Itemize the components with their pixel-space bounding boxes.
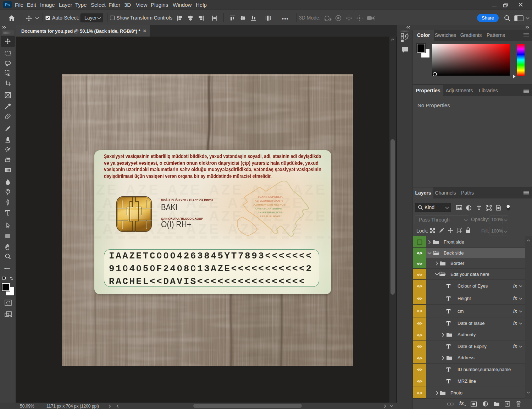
svg-text:YCAN RESPUBLIK: YCAN RESPUBLIK <box>257 195 283 198</box>
svg-text:ONBAYCAN ŞEBPU: ONBAYCAN ŞEBPU <box>255 207 282 210</box>
svg-text:AZӘRBAYCAN RESPUB: AZӘRBAYCAN RESPUB <box>253 203 286 206</box>
svg-text:ASI AZӘRBAYCAN R: ASI AZӘRBAYCAN R <box>255 199 283 202</box>
svg-text:RESPUBLIKAS: RESPUBLIKAS <box>260 215 280 218</box>
svg-text:AN RESPUBLIKASI: AN RESPUBLIKASI <box>257 211 283 214</box>
